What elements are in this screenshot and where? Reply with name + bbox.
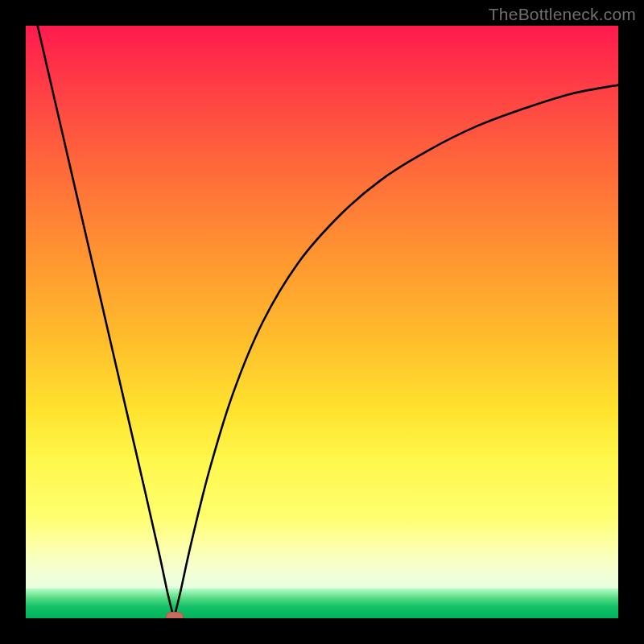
watermark-text: TheBottleneck.com [489, 5, 636, 24]
minimum-marker [166, 612, 184, 618]
chart-frame: TheBottleneck.com [0, 0, 644, 644]
curve-left-branch [38, 26, 174, 618]
curve-right-branch [174, 85, 618, 618]
curve-svg [26, 26, 618, 618]
plot-area [26, 26, 618, 618]
